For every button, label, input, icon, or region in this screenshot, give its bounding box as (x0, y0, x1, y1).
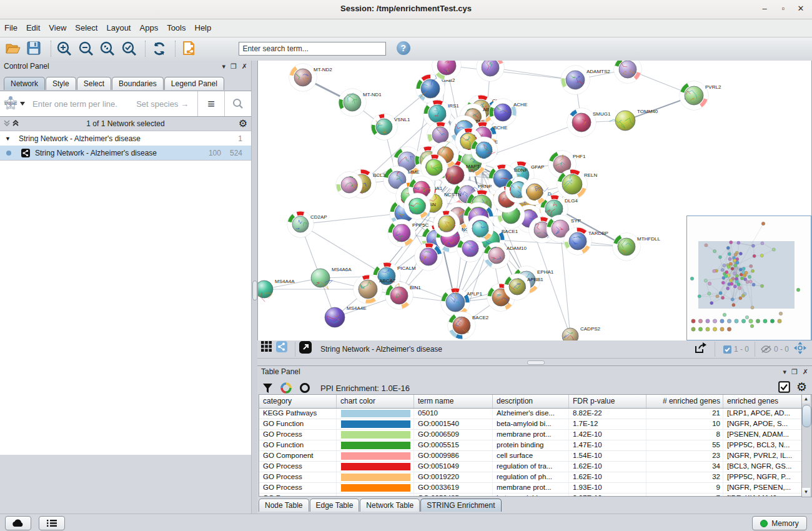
protein-node[interactable] (415, 243, 442, 270)
tab-select[interactable]: Select (77, 77, 111, 90)
column-header-category[interactable]: category (259, 395, 337, 408)
protein-node[interactable]: BIN1 (385, 282, 421, 309)
table-row[interactable]: GO ProcessGO:0050435beta-amyloid m...2.0… (259, 494, 803, 496)
minimize-button[interactable]: – (756, 2, 773, 15)
grid-view-icon[interactable] (261, 341, 276, 358)
protein-node[interactable] (433, 211, 460, 237)
filter-icon[interactable] (262, 383, 273, 394)
tab-legend-panel[interactable]: Legend Panel (164, 77, 224, 90)
protein-node[interactable] (522, 179, 548, 205)
protein-node[interactable]: MT-ND2 (289, 64, 332, 91)
tab-boundaries[interactable]: Boundaries (112, 77, 164, 90)
network-options-gear-icon[interactable]: ⚙ (239, 117, 247, 129)
string-search-button[interactable] (224, 91, 251, 116)
birdseye-overview[interactable] (686, 216, 811, 340)
network-row[interactable]: String Network - Alzheimer's disease 100… (0, 146, 251, 160)
table-settings-gear-icon[interactable]: ⚙ (796, 380, 807, 394)
zoom-out-icon[interactable] (78, 41, 97, 57)
tree-expand-icon[interactable]: ▼ (5, 136, 14, 142)
help-icon[interactable]: ? (397, 41, 410, 55)
network-canvas[interactable]: MT-ND2MT-ND1VSNL1GAB2IRS1CHATABCA1ACHEIL… (257, 61, 812, 341)
table-row[interactable]: GO FunctionGO:0001540beta-amyloid bi...1… (259, 419, 803, 430)
column-header-fdr-p-value[interactable]: FDR p-value (569, 395, 646, 408)
panel-menu-icon[interactable]: ▾ (783, 368, 788, 375)
protein-node[interactable]: MT-ND1 (339, 89, 382, 116)
horizontal-splitter[interactable] (257, 359, 812, 365)
table-row[interactable]: KEGG Pathways05010Alzheimer's dise...8.8… (259, 409, 803, 419)
navigator-icon[interactable] (793, 341, 810, 358)
table-row[interactable]: GO ProcessGO:0033619membrane prot...1.93… (259, 483, 803, 494)
column-header-term-name[interactable]: term name (414, 395, 493, 408)
close-button[interactable]: ✕ (792, 2, 810, 15)
column-header-enriched-genes[interactable]: enriched genes (723, 395, 803, 408)
splitter-handle[interactable] (527, 360, 545, 365)
string-query-input[interactable]: Enter one term per line. Set species → (27, 91, 197, 116)
table-row[interactable]: GO ComponentGO:0009986cell surface1.54E-… (259, 451, 803, 462)
menu-item-help[interactable]: Help (191, 19, 216, 32)
open-file-icon[interactable] (5, 41, 24, 57)
network-import-icon[interactable] (181, 41, 200, 57)
table-row[interactable]: GO FunctionGO:0005515protein binding1.47… (259, 440, 803, 451)
memory-button[interactable]: Memory (752, 516, 807, 530)
column-header--enriched-genes[interactable]: # enriched genes (646, 395, 723, 408)
menu-item-tools[interactable]: Tools (162, 19, 190, 32)
string-options-button[interactable]: ≡ (197, 91, 224, 116)
tab-edge-table[interactable]: Edge Table (310, 499, 360, 512)
menu-item-select[interactable]: Select (71, 19, 102, 32)
table-row[interactable]: GO ProcessGO:0019220regulation of ph...1… (259, 472, 803, 483)
tab-network[interactable]: Network (4, 77, 45, 90)
protein-node[interactable] (404, 193, 430, 219)
panel-close-icon[interactable]: ✗ (242, 62, 249, 70)
export-network-icon[interactable] (693, 341, 711, 358)
panel-menu-icon[interactable]: ▾ (222, 62, 227, 70)
column-header-chart-color[interactable]: chart color (337, 395, 414, 408)
menu-item-view[interactable]: View (44, 19, 71, 32)
menu-item-file[interactable]: File (0, 19, 22, 32)
menu-item-apps[interactable]: Apps (136, 19, 163, 32)
scrollbar-thumb[interactable] (802, 405, 811, 427)
protein-node[interactable]: MS4A4A (258, 279, 295, 302)
table-row[interactable]: GO ProcessGO:0051049regulation of tra...… (259, 462, 803, 472)
ring-chart-icon[interactable] (299, 382, 310, 394)
protein-node[interactable]: TOMM40 (609, 109, 658, 131)
table-scrollbar[interactable]: ▲ ▼ (801, 394, 812, 497)
protein-node[interactable]: MS4A4E (325, 305, 367, 327)
protein-node[interactable]: RELN (557, 169, 598, 199)
panel-close-icon[interactable]: ✗ (803, 368, 810, 375)
protein-node[interactable] (614, 61, 641, 83)
protein-node[interactable]: CD2AP (287, 211, 327, 237)
cloud-button[interactable] (5, 516, 31, 530)
tab-node-table[interactable]: Node Table (259, 499, 309, 512)
protein-node[interactable]: MTHFDLL (613, 233, 660, 261)
zoom-selected-icon[interactable] (121, 41, 140, 57)
protein-node[interactable] (477, 61, 504, 81)
protein-node[interactable]: VSNL1 (371, 114, 410, 140)
string-logo-icon[interactable]: STRING (0, 91, 27, 116)
menu-item-layout[interactable]: Layout (102, 19, 135, 32)
protein-node[interactable]: ADAMTS2 (561, 66, 610, 94)
zoom-in-icon[interactable] (56, 41, 75, 57)
panel-float-icon[interactable]: ❐ (791, 368, 799, 375)
tab-string-enrichment[interactable]: STRING Enrichment (420, 499, 501, 512)
column-header-description[interactable]: description (493, 395, 569, 408)
divider-grip[interactable] (252, 280, 257, 300)
refresh-icon[interactable] (151, 41, 170, 57)
scroll-down-icon[interactable]: ▼ (802, 488, 810, 497)
species-hint[interactable]: Set species → (136, 99, 189, 109)
save-session-icon[interactable] (26, 41, 45, 57)
network-collection-row[interactable]: ▼ String Network - Alzheimer's disease 1 (0, 131, 251, 146)
tab-network-table[interactable]: Network Table (360, 499, 420, 512)
open-in-window-icon[interactable] (299, 341, 315, 358)
select-all-icon[interactable] (778, 381, 790, 393)
task-list-button[interactable] (39, 516, 65, 530)
protein-node[interactable]: CADPS2 (562, 326, 601, 340)
panel-float-icon[interactable]: ❐ (230, 62, 238, 70)
protein-node[interactable]: TARDBP (564, 227, 608, 255)
protein-node[interactable] (336, 172, 362, 198)
search-input[interactable] (239, 42, 386, 56)
protein-node[interactable]: SMUG1 (567, 108, 611, 137)
string-view-icon[interactable] (276, 341, 291, 358)
scroll-up-icon[interactable]: ▲ (802, 395, 810, 404)
zoom-fit-icon[interactable] (99, 41, 118, 57)
protein-node[interactable] (471, 137, 497, 163)
